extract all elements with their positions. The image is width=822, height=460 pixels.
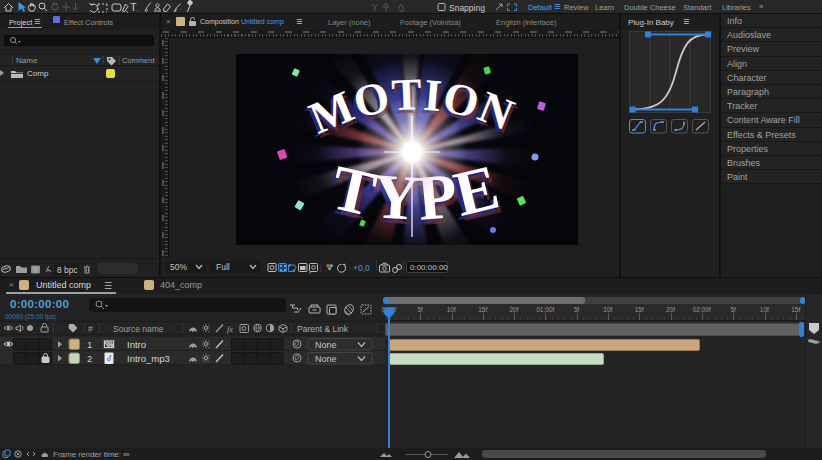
svg-text:None: None xyxy=(315,354,337,364)
svg-text:Intro_mp3: Intro_mp3 xyxy=(127,353,170,364)
svg-text:T,: T, xyxy=(130,1,139,13)
svg-text:Parent & Link: Parent & Link xyxy=(297,324,349,334)
svg-text:#: # xyxy=(88,324,93,334)
svg-text:Intro: Intro xyxy=(127,339,146,350)
svg-text:fx: fx xyxy=(227,324,233,334)
svg-text:Snapping: Snapping xyxy=(449,3,485,13)
svg-text:1: 1 xyxy=(87,339,92,350)
svg-text:2: 2 xyxy=(87,353,92,364)
svg-text:Source name: Source name xyxy=(113,324,164,334)
svg-text:+0,0: +0,0 xyxy=(353,263,370,273)
svg-text:8 bpc: 8 bpc xyxy=(57,265,79,275)
svg-text:None: None xyxy=(315,340,337,350)
